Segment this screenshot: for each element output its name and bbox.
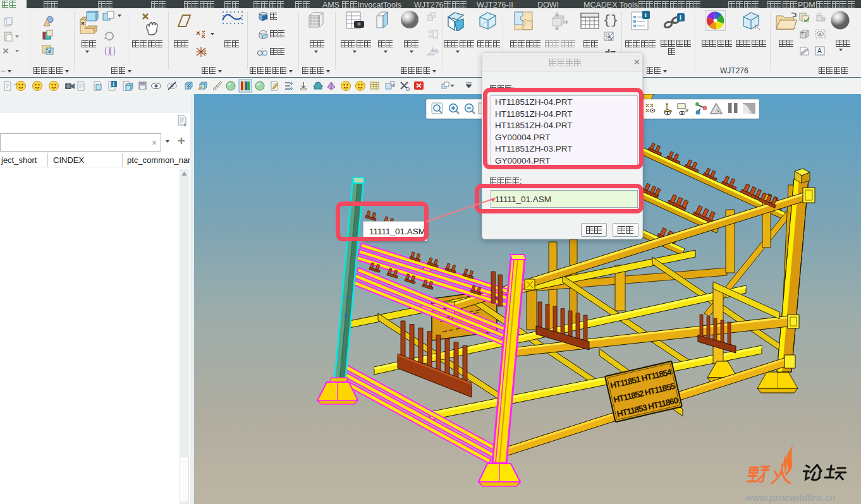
svg-text:fx: fx (608, 35, 613, 42)
svg-text:i: i (680, 14, 681, 21)
svg-text:i: i (645, 11, 647, 18)
svg-text:www.proewildfire.cn: www.proewildfire.cn (745, 492, 836, 503)
svg-text:A: A (817, 47, 822, 54)
svg-text:yx: yx (434, 47, 437, 51)
